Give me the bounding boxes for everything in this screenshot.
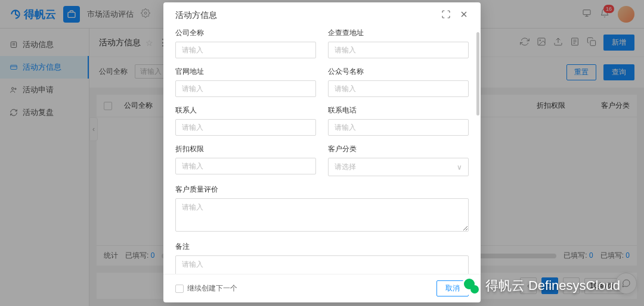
label-customer-cat: 客户分类 [328, 144, 469, 154]
fullscreen-icon[interactable] [441, 10, 451, 21]
label-wechat-name: 公众号名称 [328, 67, 469, 77]
input-official-url[interactable] [175, 80, 316, 97]
label-contact: 联系人 [175, 105, 316, 115]
modal-dialog: 活动方信息 公司全称 企查查地址 官网地址 [163, 2, 481, 302]
continue-create-checkbox[interactable]: 继续创建下一个 [175, 283, 237, 293]
input-contact[interactable] [175, 119, 316, 136]
input-wechat-name[interactable] [328, 80, 469, 97]
input-company-name[interactable] [175, 42, 316, 58]
input-contact-phone[interactable] [328, 119, 469, 136]
label-official-url: 官网地址 [175, 67, 316, 77]
label-qichacha-url: 企查查地址 [328, 28, 469, 38]
modal-body: 公司全称 企查查地址 官网地址 公众号名称 [163, 28, 481, 274]
close-icon[interactable] [459, 10, 469, 21]
cancel-button[interactable]: 取消 [436, 280, 469, 296]
select-customer-cat[interactable]: 请选择 ∨ [328, 158, 469, 176]
label-company-name: 公司全称 [175, 28, 316, 38]
input-discount-perm[interactable] [175, 158, 316, 174]
label-discount-perm: 折扣权限 [175, 144, 316, 154]
label-contact-phone: 联系电话 [328, 105, 469, 115]
modal-footer: 继续创建下一个 取消 [163, 274, 481, 302]
textarea-quality-review[interactable] [175, 198, 469, 232]
label-remarks: 备注 [175, 242, 469, 252]
input-qichacha-url[interactable] [328, 42, 469, 58]
chevron-down-icon: ∨ [457, 163, 462, 171]
modal-header: 活动方信息 [163, 2, 481, 28]
textarea-remarks[interactable] [175, 255, 469, 274]
modal-title: 活动方信息 [175, 10, 441, 21]
modal-scrollbar[interactable] [476, 32, 479, 115]
label-quality-review: 客户质量评价 [175, 185, 469, 195]
